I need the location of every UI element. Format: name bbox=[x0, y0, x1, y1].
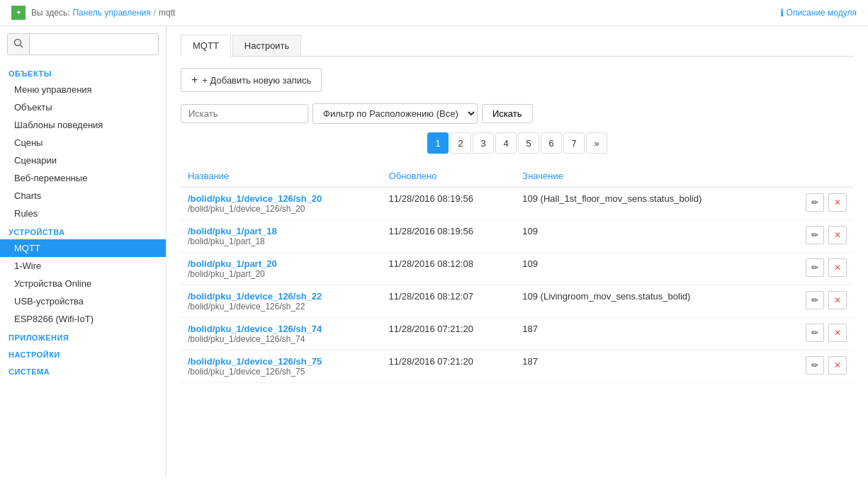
table-head: Название Обновлено Значение bbox=[181, 165, 854, 188]
cell-value: 109 bbox=[515, 253, 777, 285]
main-content: MQTT Настроить + + Добавить новую запись… bbox=[167, 26, 868, 476]
record-name[interactable]: /bolid/pku_1/device_126/sh_75 bbox=[188, 356, 375, 367]
record-name[interactable]: /bolid/pku_1/device_126/sh_20 bbox=[188, 193, 375, 204]
sidebar-item[interactable]: Меню управления bbox=[0, 81, 166, 98]
cell-updated: 11/28/2016 08:19:56 bbox=[382, 188, 516, 220]
sidebar-item[interactable]: Сценарии bbox=[0, 152, 166, 169]
cell-name: /bolid/pku_1/device_126/sh_74/bolid/pku_… bbox=[181, 318, 382, 350]
page-button[interactable]: 6 bbox=[541, 132, 562, 154]
sidebar-section-title: СИСТЕМА bbox=[0, 362, 166, 379]
sidebar-item[interactable]: Rules bbox=[0, 205, 166, 222]
breadcrumb-sep: / bbox=[154, 8, 156, 18]
table-row: /bolid/pku_1/part_20/bolid/pku_1/part_20… bbox=[181, 253, 854, 285]
page-button[interactable]: 5 bbox=[518, 132, 539, 154]
sidebar-item[interactable]: USB-устройства bbox=[0, 292, 166, 310]
filter-select[interactable]: Фильтр по Расположению (Все) bbox=[312, 103, 478, 124]
page-button[interactable]: » bbox=[586, 132, 607, 154]
record-name[interactable]: /bolid/pku_1/device_126/sh_74 bbox=[188, 324, 375, 334]
sidebar-section: ПРИЛОЖЕНИЯ bbox=[0, 328, 166, 345]
edit-button[interactable]: ✏ bbox=[806, 258, 824, 277]
record-sub: /bolid/pku_1/part_20 bbox=[188, 269, 375, 279]
sidebar-item[interactable]: ESP8266 (Wifi-IoT) bbox=[0, 310, 166, 328]
tabs: MQTT Настроить bbox=[181, 35, 854, 57]
sidebar-item[interactable]: Шаблоны поведения bbox=[0, 116, 166, 134]
add-button-label: + Добавить новую запись bbox=[202, 75, 311, 86]
cell-name: /bolid/pku_1/device_126/sh_20/bolid/pku_… bbox=[181, 188, 382, 220]
sidebar-sections: ОБЪЕКТЫМеню управленияОбъектыШаблоны пов… bbox=[0, 64, 166, 379]
delete-button[interactable]: ✕ bbox=[828, 324, 847, 342]
page-button[interactable]: 4 bbox=[495, 132, 517, 154]
edit-button[interactable]: ✏ bbox=[806, 324, 824, 342]
sidebar-item[interactable]: Объекты bbox=[0, 98, 166, 116]
cell-actions: ✏ ✕ bbox=[777, 188, 854, 220]
record-name[interactable]: /bolid/pku_1/part_20 bbox=[188, 258, 375, 269]
sidebar-item[interactable]: MQTT bbox=[0, 239, 166, 257]
page-button[interactable]: 7 bbox=[563, 132, 585, 154]
sidebar-item[interactable]: Веб-переменные bbox=[0, 169, 166, 187]
sidebar-search-button[interactable] bbox=[8, 34, 30, 55]
table-row: /bolid/pku_1/device_126/sh_74/bolid/pku_… bbox=[181, 318, 854, 350]
edit-button[interactable]: ✏ bbox=[806, 291, 824, 309]
sidebar-section: ОБЪЕКТЫМеню управленияОбъектыШаблоны пов… bbox=[0, 64, 166, 222]
search-button[interactable]: Искать bbox=[482, 104, 533, 123]
page-button[interactable]: 2 bbox=[450, 132, 471, 154]
info-icon: ℹ bbox=[780, 7, 784, 18]
delete-button[interactable]: ✕ bbox=[828, 258, 847, 277]
plus-icon: + bbox=[191, 74, 198, 86]
page-button[interactable]: 3 bbox=[473, 132, 494, 154]
sidebar-section: УСТРОЙСТВАMQTT1-WireУстройства OnlineUSB… bbox=[0, 222, 166, 328]
sidebar-section-title: ОБЪЕКТЫ bbox=[0, 64, 166, 81]
layout: ОБЪЕКТЫМеню управленияОбъектыШаблоны пов… bbox=[0, 26, 868, 476]
module-link-label: Описание модуля bbox=[787, 8, 857, 18]
cell-name: /bolid/pku_1/device_126/sh_22/bolid/pku_… bbox=[181, 285, 382, 318]
add-record-button[interactable]: + + Добавить новую запись bbox=[181, 68, 322, 92]
table-row: /bolid/pku_1/device_126/sh_22/bolid/pku_… bbox=[181, 285, 854, 318]
module-link[interactable]: ℹ Описание модуля bbox=[780, 7, 857, 18]
table-body: /bolid/pku_1/device_126/sh_20/bolid/pku_… bbox=[181, 188, 854, 383]
cell-actions: ✏ ✕ bbox=[777, 350, 854, 383]
tab-configure[interactable]: Настроить bbox=[232, 35, 302, 56]
col-updated: Обновлено bbox=[382, 165, 516, 188]
cell-actions: ✏ ✕ bbox=[777, 285, 854, 318]
record-name[interactable]: /bolid/pku_1/part_18 bbox=[188, 226, 375, 236]
record-sub: /bolid/pku_1/device_126/sh_75 bbox=[188, 367, 375, 377]
breadcrumb-panel-link[interactable]: Панель управления bbox=[72, 8, 150, 18]
delete-button[interactable]: ✕ bbox=[828, 356, 847, 375]
cell-name: /bolid/pku_1/device_126/sh_75/bolid/pku_… bbox=[181, 350, 382, 383]
edit-button[interactable]: ✏ bbox=[806, 193, 824, 212]
cell-updated: 11/28/2016 07:21:20 bbox=[382, 350, 516, 383]
topbar: ✦ Вы здесь: Панель управления / mqtt ℹ О… bbox=[0, 0, 868, 26]
delete-button[interactable]: ✕ bbox=[828, 226, 847, 244]
cell-value: 109 (Livingroom_mov_sens.status_bolid) bbox=[515, 285, 777, 318]
search-icon bbox=[13, 38, 23, 48]
svg-point-0 bbox=[15, 40, 21, 46]
delete-button[interactable]: ✕ bbox=[828, 193, 847, 212]
breadcrumb-prefix: Вы здесь: bbox=[31, 8, 69, 18]
record-name[interactable]: /bolid/pku_1/device_126/sh_22 bbox=[188, 291, 375, 302]
sidebar-item[interactable]: Charts bbox=[0, 187, 166, 205]
sidebar-section-title: УСТРОЙСТВА bbox=[0, 222, 166, 239]
sidebar-search-input[interactable] bbox=[30, 35, 158, 53]
page-button[interactable]: 1 bbox=[427, 132, 449, 154]
tab-mqtt[interactable]: MQTT bbox=[181, 35, 231, 57]
sidebar-item[interactable]: 1-Wire bbox=[0, 257, 166, 275]
delete-button[interactable]: ✕ bbox=[828, 291, 847, 309]
cell-updated: 11/28/2016 07:21:20 bbox=[382, 318, 516, 350]
cell-actions: ✏ ✕ bbox=[777, 318, 854, 350]
col-value: Значение bbox=[515, 165, 777, 188]
pagination: 1234567» bbox=[181, 132, 854, 154]
edit-button[interactable]: ✏ bbox=[806, 356, 824, 375]
breadcrumb: ✦ Вы здесь: Панель управления / mqtt bbox=[11, 6, 175, 20]
record-sub: /bolid/pku_1/device_126/sh_22 bbox=[188, 302, 375, 312]
edit-button[interactable]: ✏ bbox=[806, 226, 824, 244]
table-row: /bolid/pku_1/device_126/sh_20/bolid/pku_… bbox=[181, 188, 854, 220]
sidebar-item[interactable]: Сцены bbox=[0, 134, 166, 152]
sidebar-item[interactable]: Устройства Online bbox=[0, 275, 166, 292]
cell-updated: 11/28/2016 08:12:07 bbox=[382, 285, 516, 318]
search-input[interactable] bbox=[181, 104, 308, 123]
sidebar-section-title: ПРИЛОЖЕНИЯ bbox=[0, 328, 166, 345]
cell-updated: 11/28/2016 08:12:08 bbox=[382, 253, 516, 285]
search-box[interactable] bbox=[7, 33, 159, 55]
cell-value: 187 bbox=[515, 318, 777, 350]
record-sub: /bolid/pku_1/device_126/sh_20 bbox=[188, 204, 375, 214]
